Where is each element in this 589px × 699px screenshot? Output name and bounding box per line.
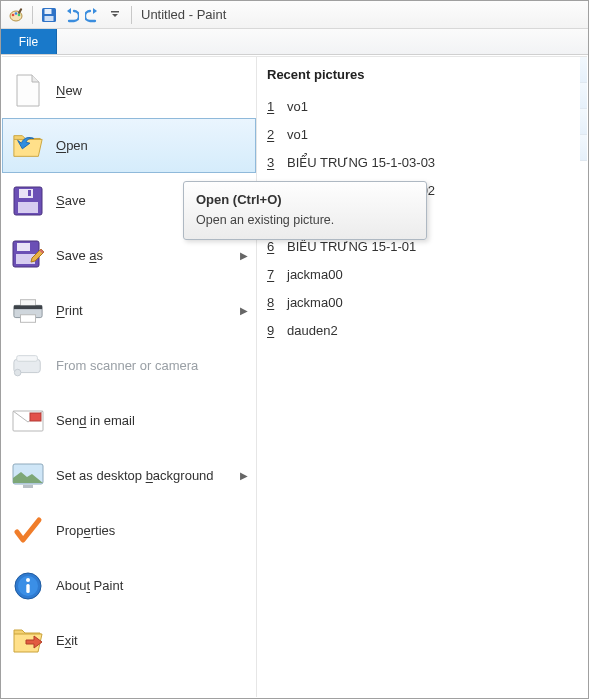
svg-rect-21 — [17, 355, 38, 361]
menu-item-label: New — [56, 83, 256, 98]
menu-item-label: About Paint — [56, 578, 256, 593]
svg-point-2 — [15, 12, 18, 15]
menu-item-properties[interactable]: Properties — [2, 503, 256, 558]
save-as-icon — [12, 240, 44, 272]
separator — [131, 6, 132, 24]
recent-item-name: jackma00 — [287, 267, 343, 282]
file-menu-left-column: New Open Save — [2, 57, 256, 697]
recent-item[interactable]: 2vo1 — [267, 120, 575, 148]
menu-item-label: Properties — [56, 523, 256, 538]
menu-item-label: Exit — [56, 633, 256, 648]
svg-rect-24 — [30, 413, 41, 421]
svg-rect-14 — [17, 243, 30, 251]
recent-item[interactable]: 8jackma00 — [267, 288, 575, 316]
svg-point-3 — [18, 13, 21, 16]
menu-item-new[interactable]: New — [2, 63, 256, 118]
qat-customize-dropdown-icon[interactable] — [106, 6, 124, 24]
menu-item-label: Set as desktop background — [56, 468, 228, 483]
open-tooltip: Open (Ctrl+O) Open an existing picture. — [183, 181, 427, 240]
svg-point-30 — [26, 578, 30, 582]
recent-pictures-header: Recent pictures — [267, 67, 575, 82]
menu-item-label: Save as — [56, 248, 228, 263]
svg-rect-6 — [45, 9, 52, 14]
svg-rect-26 — [23, 485, 33, 488]
ribbon-tab-bar: File — [1, 29, 588, 55]
qat-undo-icon[interactable] — [62, 6, 80, 24]
chevron-right-icon: ▶ — [240, 470, 248, 481]
recent-item-name: jackma00 — [287, 295, 343, 310]
recent-item-name: BIỂU TRƯNG 15-1-03-03 — [287, 155, 435, 170]
menu-item-set-desktop-background[interactable]: Set as desktop background ▶ — [2, 448, 256, 503]
svg-rect-17 — [20, 299, 35, 306]
file-tab[interactable]: File — [1, 29, 57, 54]
title-bar: Untitled - Paint — [1, 1, 588, 29]
menu-item-label: Print — [56, 303, 228, 318]
menu-item-label: From scanner or camera — [56, 358, 256, 373]
checkmark-icon — [12, 515, 44, 547]
recent-item[interactable]: 7jackma00 — [267, 260, 575, 288]
recent-item-name: vo1 — [287, 99, 308, 114]
scanner-icon — [12, 350, 44, 382]
recent-item-number: 8 — [267, 295, 277, 310]
printer-icon — [12, 295, 44, 327]
menu-item-label: Send in email — [56, 413, 256, 428]
info-icon — [12, 570, 44, 602]
separator — [32, 6, 33, 24]
qat-redo-icon[interactable] — [84, 6, 102, 24]
email-icon — [12, 405, 44, 437]
recent-item-number: 1 — [267, 99, 277, 114]
menu-item-exit[interactable]: Exit — [2, 613, 256, 668]
recent-item[interactable]: 3BIỂU TRƯNG 15-1-03-03 — [267, 148, 575, 176]
exit-folder-icon — [12, 625, 44, 657]
recent-item-number: 7 — [267, 267, 277, 282]
menu-item-about[interactable]: About Paint — [2, 558, 256, 613]
recent-item-number: 2 — [267, 127, 277, 142]
qat-save-icon[interactable] — [40, 6, 58, 24]
recent-item-number: 9 — [267, 323, 277, 338]
recent-item-name: BIỂU TRƯNG 15-1-01 — [287, 239, 416, 254]
file-tab-label: File — [19, 35, 38, 49]
new-file-icon — [12, 75, 44, 107]
svg-rect-29 — [26, 584, 29, 593]
menu-item-send-email[interactable]: Send in email — [2, 393, 256, 448]
recent-item[interactable]: 9dauden2 — [267, 316, 575, 344]
file-menu-panel: New Open Save — [2, 56, 587, 697]
tooltip-body: Open an existing picture. — [196, 213, 414, 227]
recent-item-name: dauden2 — [287, 323, 338, 338]
recent-pictures-panel: Recent pictures 1vo12vo13BIỂU TRƯNG 15-1… — [256, 57, 587, 697]
chevron-right-icon: ▶ — [240, 250, 248, 261]
ribbon-peek — [580, 57, 587, 177]
svg-rect-8 — [111, 11, 119, 13]
recent-item-name: vo1 — [287, 127, 308, 142]
app-window: Untitled - Paint File New — [0, 0, 589, 699]
svg-point-1 — [12, 13, 15, 16]
svg-point-22 — [14, 369, 21, 376]
svg-rect-11 — [18, 202, 38, 213]
recent-item-number: 3 — [267, 155, 277, 170]
svg-rect-7 — [45, 16, 54, 21]
svg-rect-18 — [20, 314, 35, 322]
svg-rect-12 — [28, 190, 31, 196]
save-icon — [12, 185, 44, 217]
app-icon — [7, 6, 25, 24]
svg-rect-19 — [14, 305, 42, 309]
menu-item-from-scanner: From scanner or camera — [2, 338, 256, 393]
recent-item-number: 6 — [267, 239, 277, 254]
menu-item-print[interactable]: Print ▶ — [2, 283, 256, 338]
open-folder-icon — [12, 130, 44, 162]
window-title: Untitled - Paint — [141, 7, 226, 22]
desktop-background-icon — [12, 460, 44, 492]
menu-item-label: Open — [56, 138, 255, 153]
recent-item[interactable]: 1vo1 — [267, 92, 575, 120]
menu-item-open[interactable]: Open — [2, 118, 256, 173]
tooltip-title: Open (Ctrl+O) — [196, 192, 414, 207]
chevron-right-icon: ▶ — [240, 305, 248, 316]
